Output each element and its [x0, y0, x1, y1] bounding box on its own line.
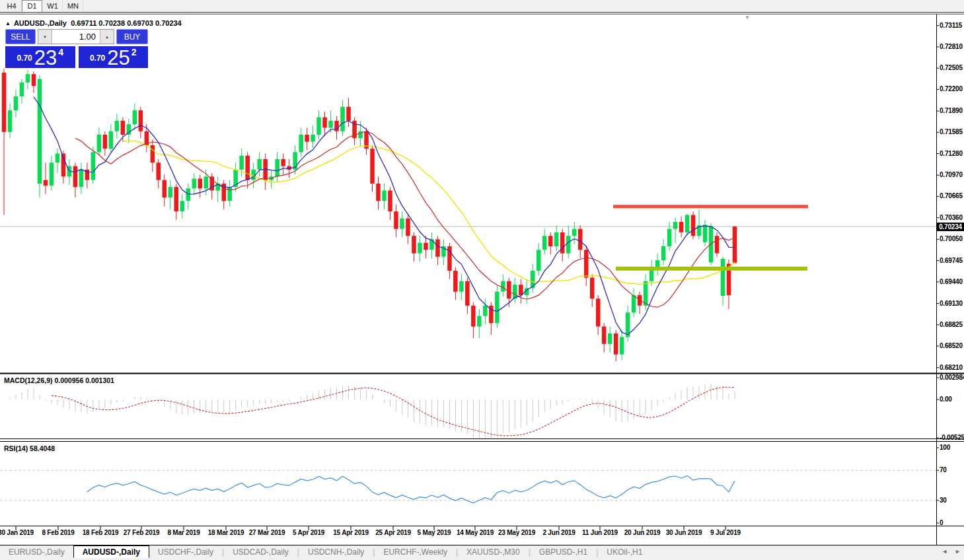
rsi-axis-label: 100: [940, 444, 950, 451]
price-axis-label: 0.69130: [940, 300, 963, 307]
tab-scroll-left-icon[interactable]: ◄: [942, 548, 947, 555]
candle-body: [400, 219, 404, 229]
date-axis-label: 18 Mar 2019: [208, 529, 244, 536]
candle-body: [227, 187, 232, 201]
symbol-tab-eurusd[interactable]: EURUSD-,Daily: [0, 545, 73, 558]
candle-body: [406, 219, 410, 236]
candle-body: [596, 298, 601, 326]
price-axis-label: 0.70665: [940, 192, 963, 199]
symbol-tab-bar: EURUSD-,DailyAUDUSD-,DailyUSDCHF-,Daily|…: [0, 545, 964, 558]
macd-axis-label: 0.002984: [940, 374, 964, 381]
tab-scroll-arrows: ◄ ►: [942, 545, 961, 557]
symbol-tab-audusd[interactable]: AUDUSD-,Daily: [73, 545, 149, 558]
symbol-tab-xauusd[interactable]: XAUUSD-,M30: [458, 545, 529, 558]
rsi-axis-label: 70: [940, 466, 947, 473]
current-price-tag: 0.70234: [937, 223, 964, 231]
candle-body: [198, 179, 203, 189]
candle-body: [73, 166, 78, 188]
rsi-axis-label: 30: [940, 497, 947, 504]
symbol-tab-usdchf[interactable]: USDCHF-,Daily: [149, 545, 222, 558]
candle-body: [275, 159, 279, 176]
volume-decrease-button[interactable]: ▼: [38, 30, 52, 44]
candle-body: [733, 227, 737, 263]
candle-body: [572, 229, 577, 236]
volume-spinner: ▼ 1.00 ▲: [38, 29, 114, 44]
macd-label: MACD(12,26,9) 0.000956 0.001301: [4, 376, 114, 384]
candle-body: [691, 215, 696, 236]
ma-fast-line: [34, 97, 735, 335]
candle-body: [79, 170, 84, 187]
collapse-arrow-icon[interactable]: ▲: [5, 20, 11, 26]
sell-button[interactable]: SELL: [5, 29, 36, 44]
chart-canvas: [0, 0, 964, 560]
ma-slow-line: [123, 141, 735, 285]
tab-scroll-right-icon[interactable]: ►: [955, 548, 961, 555]
buy-price-main: 25: [107, 50, 130, 66]
price-axis-label: 0.68520: [940, 342, 963, 349]
buy-price-display[interactable]: 0.70 25 2: [79, 46, 149, 68]
candle-body: [584, 250, 589, 277]
macd-axis-label: 0.00: [940, 396, 952, 403]
candle-body: [620, 337, 624, 354]
candle-body: [163, 180, 167, 197]
candle-body: [703, 225, 708, 242]
candle-body: [370, 149, 375, 184]
candle-body: [20, 83, 24, 96]
date-axis-label: 27 Mar 2019: [249, 529, 285, 536]
volume-input[interactable]: 1.00: [52, 30, 100, 44]
symbol-tab-usdcnh[interactable]: USDCNH-,Daily: [299, 545, 373, 558]
candle-body: [56, 154, 60, 163]
candle-body: [644, 281, 648, 306]
date-axis-label: 11 Jun 2019: [582, 529, 618, 536]
price-axis-label: 0.69745: [940, 257, 963, 264]
price-axis-label: 0.68210: [940, 364, 963, 371]
candle-body: [673, 222, 678, 229]
candle-body: [115, 121, 120, 131]
candle-body: [602, 326, 607, 343]
candle-body: [435, 239, 440, 256]
sell-price-prefix: 0.70: [17, 53, 32, 63]
candle-body: [32, 74, 36, 86]
date-axis-label: 27 Feb 2019: [124, 529, 160, 536]
symbol-tab-gbpusd[interactable]: GBPUSD-,H1: [531, 545, 596, 558]
symbol-tab-ukoil[interactable]: UKOil-,H1: [598, 545, 651, 558]
candle-body: [26, 74, 30, 83]
candle-body: [168, 187, 173, 197]
symbol-tab-usdcad[interactable]: USDCAD-,Daily: [224, 545, 297, 558]
date-axis-label: 5 Apr 2019: [293, 529, 324, 536]
price-axis-label: 0.71280: [940, 150, 963, 157]
candle-body: [151, 145, 155, 162]
candle-body: [281, 159, 285, 166]
chevron-up-icon: ▲: [105, 35, 109, 39]
price-axis-label: 0.71890: [940, 107, 963, 114]
chart-symbol-label: AUDUSD-,Daily: [14, 19, 67, 27]
date-axis-label: 9 Jul 2019: [710, 529, 741, 536]
date-axis-label: 30 Jan 2019: [0, 529, 34, 536]
buy-button[interactable]: BUY: [116, 29, 148, 44]
candle-body: [418, 243, 422, 254]
sell-price-display[interactable]: 0.70 23 4: [5, 46, 75, 68]
candle-body: [721, 259, 725, 296]
rsi-label: RSI(14) 58.4048: [4, 444, 55, 452]
candle-body: [97, 135, 102, 152]
volume-increase-button[interactable]: ▲: [100, 30, 114, 44]
price-axis-label: 0.70050: [940, 235, 963, 242]
candle-body: [715, 236, 720, 253]
candle-body: [121, 121, 126, 135]
candle-body: [519, 285, 523, 295]
candle-body: [322, 118, 327, 128]
candle-body: [50, 162, 54, 186]
price-axis-label: 0.72200: [940, 85, 963, 92]
terminal-window: H4D1W1MN ▲AUDUSD-,Daily 0.69711 0.70238 …: [0, 0, 964, 560]
candle-body: [590, 278, 595, 299]
buy-price-pip: 2: [131, 47, 137, 57]
candle-body: [305, 135, 309, 142]
symbol-tab-eurchf[interactable]: EURCHF-,Weekly: [375, 545, 455, 558]
candle-body: [328, 121, 333, 128]
candle-body: [316, 118, 321, 135]
candle-body: [204, 176, 209, 188]
chart-shift-marker-icon[interactable]: ▼: [745, 15, 750, 20]
candle-body: [459, 281, 464, 292]
macd-signal-line: [52, 387, 735, 436]
price-axis-label: 0.71585: [940, 128, 963, 135]
